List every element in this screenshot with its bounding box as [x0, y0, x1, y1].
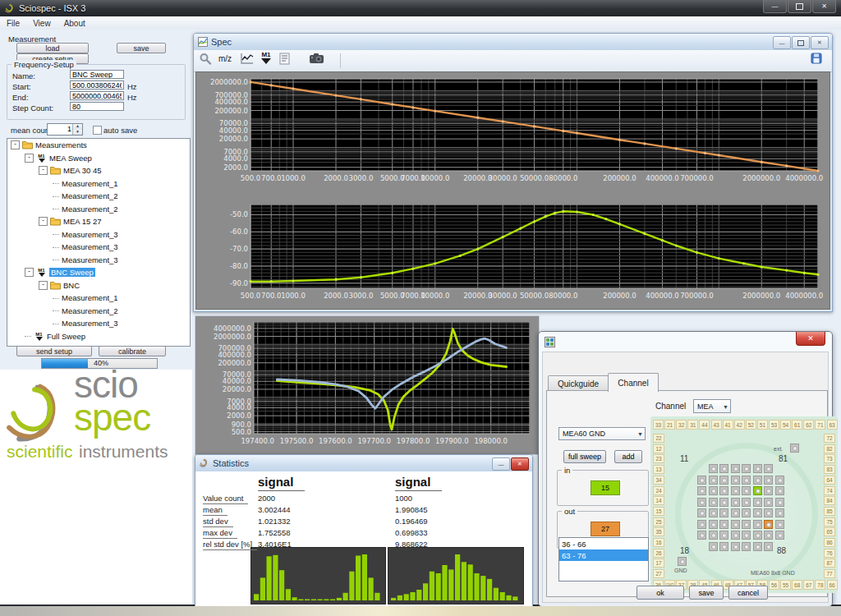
electrode-pad[interactable]	[775, 531, 784, 540]
tree-expander-icon[interactable]: -	[25, 154, 34, 163]
electrode-pad[interactable]	[709, 508, 718, 517]
spec-maximize-button[interactable]	[792, 36, 810, 49]
electrode-pad[interactable]	[697, 508, 706, 517]
electrode-pad[interactable]	[753, 542, 762, 551]
calibrate-button[interactable]: calibrate	[99, 346, 166, 356]
electrode-pad[interactable]	[731, 498, 740, 507]
name-input[interactable]	[70, 70, 124, 79]
start-input[interactable]	[70, 80, 124, 90]
add-button[interactable]: add	[614, 450, 642, 463]
save-button[interactable]: save	[117, 43, 166, 53]
electrode-pad[interactable]	[719, 531, 728, 540]
electrode-pad[interactable]	[709, 476, 718, 485]
electrode-pad[interactable]	[719, 520, 728, 529]
electrode-pad[interactable]	[709, 531, 718, 540]
electrode-pad[interactable]	[764, 486, 773, 495]
electrode-pad[interactable]	[719, 498, 728, 507]
menu-about[interactable]: About	[57, 19, 92, 28]
electrode-pad[interactable]	[764, 542, 773, 551]
camera-tool-icon[interactable]	[309, 53, 325, 64]
tree-item-measurement-3[interactable]: Measurement_3	[7, 241, 190, 254]
tree-item-bnc[interactable]: -BNC	[7, 279, 190, 292]
dialog-save-button[interactable]: save	[689, 586, 724, 600]
tab-quickguide[interactable]: Quickguide	[548, 375, 609, 392]
stepper-down-icon[interactable]: ▼	[73, 130, 82, 136]
electrode-pad[interactable]	[719, 464, 728, 473]
tree-item-measurement-2[interactable]: Measurement_2	[7, 203, 190, 216]
electrode-pad[interactable]	[775, 498, 784, 507]
tree-item-mea-15-27[interactable]: -MEA 15 27	[7, 215, 190, 228]
electrode-pad[interactable]	[731, 464, 740, 473]
tree-expander-icon[interactable]: -	[39, 281, 48, 290]
spec-minimize-button[interactable]: —	[773, 36, 791, 49]
electrode-pad[interactable]	[719, 476, 728, 485]
electrode-pad[interactable]	[764, 531, 773, 540]
electrode-pad[interactable]	[709, 520, 718, 529]
m1-marker-tool-icon[interactable]: M1	[260, 52, 275, 64]
main-titlebar[interactable]: Sciospec - ISX 3 — ✕	[0, 0, 841, 16]
tree-item-measurement-2[interactable]: Measurement_2	[7, 190, 190, 203]
spec-titlebar[interactable]: Spec — ✕	[194, 34, 832, 50]
tab-channel[interactable]: Channel	[608, 373, 659, 392]
electrode-pad[interactable]	[719, 542, 728, 551]
electrode-pad[interactable]	[742, 464, 751, 473]
mz-tool-label[interactable]: m/z	[218, 54, 232, 63]
tree-item-full-sweep[interactable]: M1Full Sweep	[7, 330, 190, 343]
electrode-pad[interactable]	[753, 508, 762, 517]
electrode-pad[interactable]	[764, 508, 773, 517]
tree-item-measurement-3[interactable]: Measurement_3	[7, 254, 190, 267]
electrode-pad[interactable]	[697, 486, 706, 495]
electrode-pad[interactable]	[709, 542, 718, 551]
gnd-pad[interactable]	[678, 557, 687, 566]
electrode-pad[interactable]	[764, 476, 773, 485]
electrode-pad[interactable]	[697, 476, 706, 485]
tree-item-measurement-2[interactable]: Measurement_2	[7, 305, 190, 318]
electrode-pad[interactable]	[697, 531, 706, 540]
electrode-pad[interactable]	[731, 531, 740, 540]
electrode-pad[interactable]	[731, 476, 740, 485]
tree-item-measurements[interactable]: -Measurements	[7, 139, 190, 152]
channel-pair-list[interactable]: 36 - 6663 - 76	[558, 537, 649, 582]
electrode-pad[interactable]	[697, 520, 706, 529]
measurement-tree[interactable]: -Measurements-M1MEA Sweep-MEA 30 45Measu…	[7, 138, 191, 347]
electrode-pad[interactable]	[731, 542, 740, 551]
statistics-close-button[interactable]: ✕	[511, 457, 529, 471]
electrode-pad[interactable]	[753, 520, 762, 529]
electrode-pad[interactable]	[709, 486, 718, 495]
save-spectrum-icon[interactable]	[811, 53, 822, 64]
electrode-pad[interactable]	[709, 498, 718, 507]
menu-file[interactable]: File	[0, 19, 26, 28]
electrode-pad[interactable]	[753, 476, 762, 485]
electrode-pad[interactable]	[775, 486, 784, 495]
electrode-pad[interactable]	[731, 520, 740, 529]
electrode-pad-in-selected[interactable]	[753, 486, 762, 495]
electrode-pad[interactable]	[775, 520, 784, 529]
electrode-pad[interactable]	[753, 464, 762, 473]
end-input[interactable]	[70, 91, 124, 100]
zoom-tool-icon[interactable]	[199, 53, 212, 66]
tree-item-bnc-sweep[interactable]: -M1BNC Sweep	[7, 266, 190, 279]
spec-close-button[interactable]: ✕	[811, 36, 829, 49]
electrode-pad[interactable]	[742, 476, 751, 485]
electrode-pad[interactable]	[764, 498, 773, 507]
close-button[interactable]: ✕	[812, 0, 836, 13]
statistics-titlebar[interactable]: Statistics — ✕	[195, 455, 532, 471]
cancel-button[interactable]: cancel	[728, 586, 768, 600]
tree-expander-icon[interactable]: -	[39, 166, 48, 175]
plot-tool-icon[interactable]	[240, 53, 255, 66]
electrode-pad[interactable]	[742, 498, 751, 507]
channel-pair-item[interactable]: 36 - 66	[559, 538, 648, 549]
auto-save-checkbox[interactable]	[93, 126, 102, 135]
tree-item-mea-30-45[interactable]: -MEA 30 45	[7, 164, 190, 177]
electrode-pad[interactable]	[753, 531, 762, 540]
tree-item-mea-sweep[interactable]: -M1MEA Sweep	[7, 152, 190, 165]
tree-item-measurement-3[interactable]: Measurement_3	[7, 228, 190, 241]
tree-item-measurement-3[interactable]: Measurement_3	[7, 317, 190, 330]
menu-view[interactable]: View	[26, 19, 57, 28]
minimize-button[interactable]: —	[763, 0, 787, 13]
electrode-pad[interactable]	[764, 464, 773, 473]
electrode-pad[interactable]	[775, 508, 784, 517]
electrode-pad[interactable]	[775, 476, 784, 485]
maximize-button[interactable]	[788, 0, 811, 13]
electrode-pad[interactable]	[742, 531, 751, 540]
